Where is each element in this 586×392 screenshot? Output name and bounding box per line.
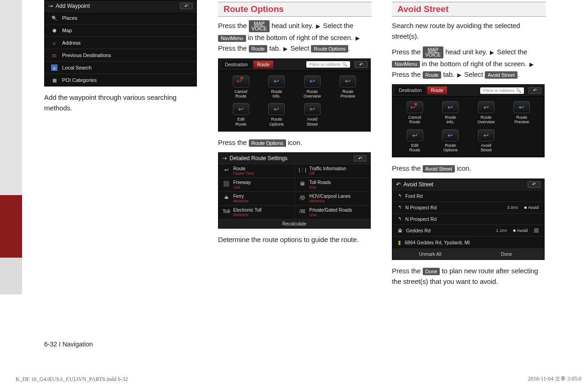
row-poi: POI Categories bbox=[62, 77, 97, 83]
shot-title: Add Waypoint bbox=[56, 3, 90, 9]
key-avoidstreet: Avoid Street bbox=[423, 165, 455, 173]
arrow-icon: ▶ bbox=[529, 60, 534, 69]
poi-icon: ▦ bbox=[51, 77, 57, 83]
route-grid-icon: ↩RoutePreview bbox=[331, 75, 365, 99]
done-button: Done bbox=[469, 249, 545, 259]
home-icon: ⌂ bbox=[51, 40, 57, 46]
row-map: Map bbox=[62, 28, 72, 33]
route-grid-icon: ↩EditRoute bbox=[224, 103, 258, 127]
key-done: Done bbox=[423, 268, 440, 275]
arrow-icon: ▶ bbox=[356, 34, 360, 43]
back-icon: ↶ bbox=[529, 87, 541, 94]
key-routeoptions: Route Options bbox=[311, 45, 348, 52]
key-navimenu: NaviMenu bbox=[392, 61, 420, 68]
print-footer-left: K_DE 16_G4.0[USA_EU]AVN_PART6.indd 6-32 bbox=[16, 376, 128, 383]
heading-avoid-street: Avoid Street bbox=[392, 2, 546, 17]
tab-route: Route bbox=[427, 86, 447, 94]
route-grid-icon: ↩✖CancelRoute bbox=[224, 75, 258, 99]
col1-caption: Add the waypoint through various searchi… bbox=[44, 92, 198, 114]
side-tabs bbox=[0, 0, 22, 351]
route-grid-icon: ↩EditRoute bbox=[398, 129, 432, 153]
screenshot-avoid-list: ↶Avoid Street ↶ ↰Ford Rd↰N Prospect Rd3.… bbox=[392, 179, 545, 260]
arrow-icon: ▶ bbox=[457, 71, 461, 80]
arrow-icon: ▶ bbox=[283, 45, 287, 53]
row-places: Places bbox=[62, 15, 77, 21]
avoid-street-row: ↰Ford Rd bbox=[392, 190, 544, 202]
col2-para3: Determine the route options to guide the… bbox=[218, 234, 372, 245]
unmark-all-button: Unmark All bbox=[392, 249, 469, 259]
col3-para1: Press the MAPVOICE head unit key. ▶ Sele… bbox=[392, 46, 546, 80]
screenshot-route-grid-2: Destination Route Place or Address 🔍 ↶ ↩… bbox=[392, 84, 545, 157]
col2-para1: Press the MAPVOICE head unit key. ▶ Sele… bbox=[218, 20, 372, 54]
column-1: ⇢ Add Waypoint ↶ 🔍Places ⬢Map ⌂Address 🗀… bbox=[44, 0, 198, 291]
back-arrow-icon: ↶ bbox=[396, 181, 401, 188]
route-grid-icon: ↩✖CancelRoute bbox=[398, 101, 432, 125]
screenshot-add-waypoint: ⇢ Add Waypoint ↶ 🔍Places ⬢Map ⌂Address 🗀… bbox=[44, 0, 197, 86]
waypoint-icon: ⇢ bbox=[48, 3, 53, 9]
folder-icon: 🗀 bbox=[51, 52, 57, 58]
arrow-icon: ▶ bbox=[316, 22, 320, 31]
route-grid-icon: ↩RouteOverview bbox=[469, 101, 503, 125]
screenshot-detailed-settings: ⇢Detailed Route Settings ↶ ↩RouteFaster … bbox=[218, 152, 371, 229]
route-grid-icon: ↩RouteInfo. bbox=[260, 75, 294, 99]
map-icon: ⬢ bbox=[51, 27, 57, 34]
column-2: Route Options Press the MAPVOICE head un… bbox=[218, 0, 372, 291]
local-icon: g bbox=[51, 64, 57, 71]
route-grid-icon: ↩RouteOptions bbox=[260, 103, 294, 127]
col2-para2: Press the Route Options icon. bbox=[218, 137, 372, 148]
key-routeoptions: Route Options bbox=[249, 139, 286, 147]
back-icon: ↶ bbox=[355, 61, 368, 68]
avoid-street-row: ↰N Prospect Rd3.0mi■ Avoid bbox=[392, 202, 544, 213]
route-grid-icon: ↩RoutePreview bbox=[505, 101, 539, 125]
column-3: Avoid Street Search new route by avoidin… bbox=[392, 0, 546, 291]
tab-destination: Destination bbox=[221, 61, 252, 69]
route-grid-icon: ↩RouteInfo. bbox=[434, 101, 468, 125]
back-icon: ↶ bbox=[528, 181, 540, 188]
page-footer: 6-32 I Navigation bbox=[44, 340, 93, 348]
avoid-street-row: 🛣Geddes Rd1.1mi■ Avoid bbox=[392, 225, 544, 236]
col3-para2: Press the Avoid Street icon. bbox=[392, 163, 546, 173]
avoid-street-row: ▮6864 Geddes Rd, Ypsilanti, MI bbox=[392, 236, 544, 248]
key-navimenu: NaviMenu bbox=[218, 35, 246, 42]
search-icon: 🔍 bbox=[51, 15, 57, 21]
tab-destination: Destination bbox=[395, 86, 425, 94]
heading-route-options: Route Options bbox=[218, 2, 372, 17]
route-grid-icon: ↩AvoidStreet bbox=[295, 103, 329, 127]
route-grid-icon: ↩AvoidStreet bbox=[469, 129, 503, 153]
tab-route: Route bbox=[253, 61, 273, 69]
arrow-icon: ▶ bbox=[490, 48, 494, 57]
av-title: Avoid Street bbox=[403, 181, 433, 188]
settings-icon: ⇢ bbox=[222, 155, 227, 161]
col3-intro: Search new route by avoiding the selecte… bbox=[392, 20, 546, 42]
screenshot-route-grid-1: Destination Route Place or Address 🔍 ↶ ↩… bbox=[218, 58, 371, 132]
back-icon: ↶ bbox=[180, 3, 193, 9]
key-mapvoice: MAPVOICE bbox=[249, 20, 270, 32]
print-footer-right: 2016-11-04 오후 3:05:0 bbox=[528, 375, 581, 383]
row-local: Local Search bbox=[62, 65, 92, 70]
row-prev: Previous Destinations bbox=[62, 52, 111, 58]
avoid-street-row: ↰N Prospect Rd bbox=[392, 213, 544, 225]
row-address: Address bbox=[62, 40, 80, 46]
key-route: Route bbox=[423, 71, 442, 79]
search-input-fake: Place or Address 🔍 bbox=[480, 87, 524, 94]
search-input-fake: Place or Address 🔍 bbox=[306, 61, 350, 68]
route-grid-icon: ↩RouteOptions bbox=[434, 129, 468, 153]
key-mapvoice: MAPVOICE bbox=[423, 46, 444, 58]
route-grid-icon: ↩RouteOverview bbox=[295, 75, 329, 99]
col3-para3: Press the Done to plan new route after s… bbox=[392, 265, 546, 287]
key-avoidstreet: Avoid Street bbox=[485, 71, 517, 79]
back-icon: ↶ bbox=[354, 155, 367, 161]
recalculate-button: Recalculate bbox=[218, 219, 370, 228]
det-title: Detailed Route Settings bbox=[230, 155, 287, 161]
key-route: Route bbox=[249, 45, 268, 52]
